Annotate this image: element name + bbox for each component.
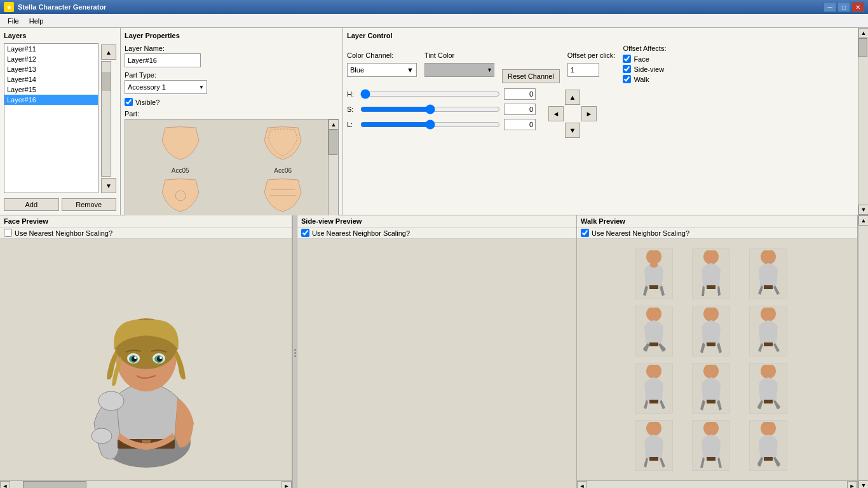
face-h-scrollbar[interactable]: ◄ ► [0, 480, 292, 488]
walk-check-label[interactable]: Walk [623, 75, 666, 83]
acc06-shape [258, 125, 308, 166]
layer-move-down[interactable]: ▼ [101, 178, 116, 193]
nav-down-button[interactable]: ▼ [565, 123, 580, 138]
tint-col: Tint Color ▼ [424, 51, 494, 77]
offset-label: Offset per click: [567, 51, 616, 59]
side-nn-row: Use Nearest Neighbor Scaling? [297, 227, 576, 239]
h-slider[interactable] [360, 89, 500, 99]
visible-checkbox-label[interactable]: Visible? [125, 98, 339, 106]
tint-arrow: ▼ [487, 67, 492, 73]
top-right-scrollbar[interactable]: ▲ ▼ [858, 28, 868, 215]
sideview-checkbox[interactable] [623, 65, 631, 73]
maximize-button[interactable]: □ [837, 2, 850, 12]
global-scroll-down[interactable]: ▼ [858, 480, 868, 488]
walk-sprite-2 [692, 248, 730, 299]
top-scroll-down[interactable]: ▼ [858, 205, 868, 215]
walk-nn-label[interactable]: Use Nearest Neighbor Scaling? [581, 229, 689, 237]
reset-channel-button[interactable]: Reset Channel [502, 69, 560, 83]
top-section: Layers Layer#11 Layer#12 Layer#13 Layer#… [0, 28, 868, 215]
face-label: Face [634, 55, 649, 63]
close-button[interactable]: ✕ [851, 2, 864, 12]
sideview-check-label[interactable]: Side-view [623, 65, 666, 73]
walk-scroll-right[interactable]: ► [847, 481, 857, 488]
h-slider-row: H: 0 [347, 88, 536, 100]
walk-sprite-1 [635, 248, 673, 299]
sliders-and-arrows: H: 0 S: 0 [347, 88, 854, 138]
svg-rect-32 [649, 342, 658, 346]
layer-move-up[interactable]: ▲ [101, 44, 116, 60]
svg-rect-41 [649, 400, 658, 403]
svg-point-13 [134, 356, 137, 359]
face-nn-row: Use Nearest Neighbor Scaling? [0, 227, 292, 239]
side-nn-checkbox[interactable] [301, 229, 309, 237]
walk-scroll-left[interactable]: ◄ [577, 481, 587, 488]
layer-item-16[interactable]: Layer#16 [4, 95, 98, 105]
global-scroll-up[interactable]: ▲ [858, 215, 868, 226]
layer-item-13[interactable]: Layer#13 [4, 64, 98, 74]
minimize-button[interactable]: ─ [824, 2, 836, 12]
walk-sprite-12 [749, 420, 787, 471]
nav-up-button[interactable]: ▲ [565, 90, 580, 105]
layer-item-14[interactable]: Layer#14 [4, 74, 98, 85]
app-icon: ★ [4, 2, 14, 12]
top-scroll-up[interactable]: ▲ [858, 28, 868, 38]
walk-nn-checkbox[interactable] [581, 229, 589, 237]
menu-file[interactable]: File [3, 15, 24, 27]
walk-label: Walk [634, 76, 649, 83]
part-type-arrow: ▼ [199, 85, 204, 90]
s-slider[interactable] [360, 104, 500, 114]
part-item-acc06[interactable]: Acc06 [233, 125, 334, 174]
face-nn-text: Use Nearest Neighbor Scaling? [15, 229, 112, 237]
layers-list[interactable]: Layer#11 Layer#12 Layer#13 Layer#14 Laye… [4, 43, 98, 193]
face-checkbox[interactable] [623, 55, 631, 63]
walk-checkbox[interactable] [623, 75, 631, 83]
part-label: Part: [125, 110, 339, 118]
walk-sprite-grid [625, 239, 810, 480]
layer-name-label: Layer Name: [125, 44, 339, 52]
acc06-label: Acc06 [274, 167, 292, 174]
offset-input[interactable]: 1 [567, 63, 599, 77]
part-type-select[interactable]: Accessory 1 ▼ [125, 80, 207, 94]
sliders-section: H: 0 S: 0 [347, 88, 536, 130]
face-scroll-right[interactable]: ► [281, 481, 292, 488]
layer-name-input[interactable] [125, 53, 201, 67]
svg-point-39 [646, 365, 661, 379]
remove-layer-button[interactable]: Remove [62, 198, 117, 211]
part-type-section: Part Type: Accessory 1 ▼ [125, 71, 339, 94]
part-scroll-up[interactable]: ▲ [329, 119, 339, 130]
layer-item-11[interactable]: Layer#11 [4, 44, 98, 54]
side-preview-content [297, 239, 576, 488]
nav-right-button[interactable]: ► [581, 106, 597, 121]
walk-preview-content [577, 239, 857, 480]
part-item-acc05[interactable]: Acc05 [130, 125, 231, 174]
layer-item-12[interactable]: Layer#12 [4, 54, 98, 64]
layer-item-15[interactable]: Layer#15 [4, 85, 98, 95]
face-check-label[interactable]: Face [623, 55, 666, 63]
face-nn-checkbox[interactable] [4, 229, 12, 237]
svg-rect-35 [707, 342, 715, 346]
menu-bar: File Help [0, 14, 868, 28]
visible-checkbox[interactable] [125, 98, 133, 106]
nav-left-button[interactable]: ◄ [548, 106, 564, 121]
walk-h-scrollbar[interactable]: ◄ ► [577, 480, 857, 488]
l-slider-row: L: 0 [347, 119, 536, 130]
color-channel-col: Color Channel: Blue ▼ [347, 51, 417, 77]
face-scroll-left[interactable]: ◄ [0, 481, 10, 488]
add-layer-button[interactable]: Add [4, 198, 59, 211]
face-nn-label[interactable]: Use Nearest Neighbor Scaling? [4, 229, 112, 237]
walk-sprite-4 [635, 306, 673, 356]
l-slider[interactable] [360, 119, 500, 130]
panel-separator-1[interactable] [292, 215, 297, 488]
svg-point-14 [159, 356, 162, 359]
character-face-svg [38, 245, 254, 474]
walk-sprite-8 [692, 363, 730, 414]
menu-help[interactable]: Help [24, 15, 49, 27]
s-label: S: [347, 105, 356, 113]
side-nn-label[interactable]: Use Nearest Neighbor Scaling? [301, 229, 410, 237]
global-right-scrollbar[interactable]: ▲ ▼ [858, 215, 868, 488]
svg-rect-47 [764, 400, 773, 403]
color-channel-select[interactable]: Blue ▼ [347, 63, 417, 77]
tint-color-picker[interactable]: ▼ [424, 63, 494, 77]
svg-point-36 [761, 308, 776, 322]
color-channel-row: Color Channel: Blue ▼ Tint Color ▼ Reset… [347, 44, 854, 83]
